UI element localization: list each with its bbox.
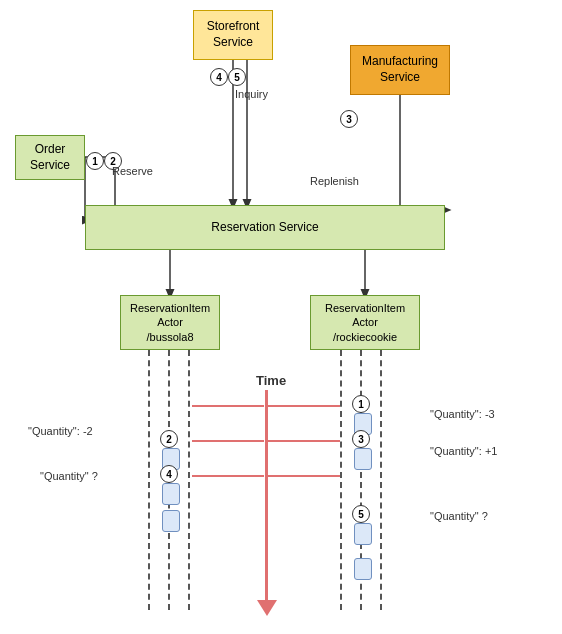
order-service-box: Order Service	[15, 135, 85, 180]
msg-box-right-3	[354, 523, 372, 545]
h-line-r3	[268, 475, 340, 477]
arrows-svg	[0, 0, 562, 634]
circle-5: 5	[228, 68, 246, 86]
quantity-2: "Quantity" ?	[40, 470, 98, 482]
time-label: Time	[256, 373, 286, 388]
res-item-right-label: ReservationItem Actor /rockiecookie	[325, 301, 405, 344]
time-arrow-head	[257, 600, 277, 616]
msg-box-right-4	[354, 558, 372, 580]
diagram: { "storefront": {"label": "Storefront\nS…	[0, 0, 562, 634]
storefront-service-box: Storefront Service	[193, 10, 273, 60]
circle-1: 1	[86, 152, 104, 170]
res-item-left-box: ReservationItem Actor /bussola8	[120, 295, 220, 350]
h-line-2	[192, 440, 264, 442]
dashed-left-1	[148, 350, 150, 610]
dashed-left-3	[188, 350, 190, 610]
msg-box-left-3	[162, 510, 180, 532]
msg-circle-4: 4	[160, 465, 178, 483]
reserve-label: Reserve	[112, 165, 153, 177]
res-item-left-label: ReservationItem Actor /bussola8	[130, 301, 210, 344]
h-line-r2	[268, 440, 340, 442]
storefront-label: Storefront Service	[198, 19, 268, 50]
msg-circle-5: 5	[352, 505, 370, 523]
reservation-service-box: Reservation Service	[85, 205, 445, 250]
quantity-3: "Quantity": -3	[430, 408, 495, 420]
quantity-4: "Quantity": +1	[430, 445, 497, 457]
reservation-label: Reservation Service	[211, 220, 318, 236]
msg-circle-1: 1	[352, 395, 370, 413]
h-line-r1	[268, 405, 340, 407]
circle-3: 3	[340, 110, 358, 128]
replenish-label: Replenish	[310, 175, 359, 187]
msg-circle-3: 3	[352, 430, 370, 448]
manufacturing-label: Manufacturing Service	[355, 54, 445, 85]
order-label: Order Service	[20, 142, 80, 173]
msg-circle-2: 2	[160, 430, 178, 448]
quantity-1: "Quantity": -2	[28, 425, 93, 437]
h-line-3	[192, 475, 264, 477]
res-item-right-box: ReservationItem Actor /rockiecookie	[310, 295, 420, 350]
dashed-right-1	[340, 350, 342, 610]
quantity-5: "Quantity" ?	[430, 510, 488, 522]
time-arrow-line	[265, 390, 268, 610]
dashed-right-3	[380, 350, 382, 610]
manufacturing-service-box: Manufacturing Service	[350, 45, 450, 95]
circle-4: 4	[210, 68, 228, 86]
msg-box-right-2	[354, 448, 372, 470]
msg-box-left-2	[162, 483, 180, 505]
inquiry-label: Inquiry	[235, 88, 268, 100]
h-line-1	[192, 405, 264, 407]
